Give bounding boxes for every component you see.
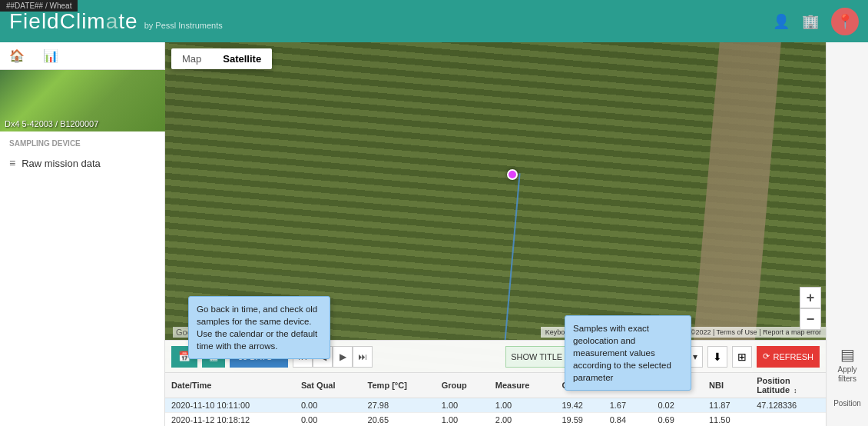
raw-mission-data-item[interactable]: ≡ Raw mission data — [9, 154, 155, 172]
group-icon-button[interactable]: 🏢 — [802, 13, 819, 30]
cell-measure: 2.00 — [489, 413, 556, 427]
map-tabs: Map Satellite — [171, 48, 272, 69]
temp-chevron-icon: ▾ — [693, 351, 697, 362]
logo-text: FieldClimate — [9, 9, 138, 34]
logo-subtitle: by Pessl Instruments — [144, 21, 223, 30]
cell-temp: 20.65 — [362, 413, 436, 427]
apply-filters-label: Apply filters — [830, 365, 865, 384]
sampling-title: SAMPLING DEVICE — [9, 139, 155, 148]
app-logo: FieldClimate by Pessl Instruments — [9, 9, 223, 34]
nav-last-btn[interactable]: ⏭ — [353, 346, 373, 368]
header-icons: 👤 🏢 📍 — [773, 8, 859, 35]
cell-datetime: 2020-11-10 10:11:00 — [165, 398, 295, 413]
download-icon: ⬇ — [713, 351, 722, 363]
device-image: Dx4 5-42003 / B1200007 — [0, 70, 165, 131]
position-label: Position — [833, 399, 861, 408]
data-table-area: Date/Time Sat Qual Temp [°C] Group Measu… — [165, 372, 826, 426]
cell-anth: 0.69 — [651, 413, 703, 427]
refresh-btn[interactable]: ⟳ REFRESH — [757, 346, 820, 368]
cell-group: 1.00 — [436, 413, 489, 427]
cell-datetime: 2020-11-12 10:18:12 — [165, 413, 295, 427]
cell-latitude: 47.128336 — [750, 398, 826, 413]
tab-satellite[interactable]: Satellite — [212, 48, 272, 69]
cell-temp: 27.98 — [362, 398, 436, 413]
grid-icon: ⊞ — [737, 351, 747, 363]
sidebar-chart-btn[interactable]: 📊 — [34, 42, 68, 69]
cell-sat-qual: 0.00 — [295, 398, 362, 413]
th-measure: Measure — [489, 373, 556, 398]
cell-nbi: 11.87 — [703, 398, 750, 413]
apply-filters-button[interactable]: ▤ Apply filters — [827, 342, 868, 387]
zoom-out-button[interactable]: − — [800, 308, 821, 330]
cell-flav: 0.84 — [604, 413, 652, 427]
map-content: Map Satellite Google Keyboard shortcuts … — [165, 42, 826, 426]
app-header: ##DATE## / Wheat FieldClimate by Pessl I… — [0, 0, 868, 42]
cell-measure: 1.00 — [489, 398, 556, 413]
refresh-icon: ⟳ — [763, 351, 770, 361]
th-nbi: NBI — [703, 373, 750, 398]
cell-group: 1.00 — [436, 398, 489, 413]
grid-btn[interactable]: ⊞ — [732, 346, 752, 368]
location-icon-button[interactable]: 📍 — [831, 8, 859, 35]
data-table: Date/Time Sat Qual Temp [°C] Group Measu… — [165, 373, 826, 426]
th-position: Position Latitude ↕ — [750, 373, 826, 398]
nav-next-btn[interactable]: ▶ — [333, 346, 353, 368]
cell-flav: 1.67 — [604, 398, 652, 413]
raw-mission-data-label: Raw mission data — [22, 158, 101, 169]
cell-anth: 0.02 — [651, 398, 703, 413]
latitude-label: Latitude ↕ — [757, 385, 797, 394]
tooltip-samples: Samples with exact geolocation and measu… — [565, 315, 691, 391]
th-temp: Temp [°C] — [362, 373, 436, 398]
device-id-label: Dx4 5-42003 / B1200007 — [5, 119, 98, 128]
table-row: 2020-11-12 10:18:12 0.00 20.65 1.00 2.00… — [165, 413, 826, 427]
cell-sat-qual: 0.00 — [295, 413, 362, 427]
table-row: 2020-11-10 10:11:00 0.00 27.98 1.00 1.00… — [165, 398, 826, 413]
raw-data-icon: ≡ — [9, 157, 15, 169]
main-layout: 🏠 📊 Dx4 5-42003 / B1200007 SAMPLING DEVI… — [0, 42, 868, 426]
cell-latitude — [750, 413, 826, 427]
right-panel: ▤ Apply filters Position — [826, 42, 868, 426]
cell-chl: 19.42 — [555, 398, 603, 413]
user-icon-button[interactable]: 👤 — [773, 13, 790, 30]
download-btn[interactable]: ⬇ — [707, 346, 727, 368]
position-group-label: Position — [757, 376, 790, 385]
filter-icon: ▤ — [840, 346, 855, 363]
refresh-label: REFRESH — [773, 352, 813, 361]
map-zoom-controls: + − — [800, 287, 821, 330]
sidebar-home-btn[interactable]: 🏠 — [0, 42, 34, 69]
sidebar-nav: 🏠 📊 — [0, 42, 164, 70]
sampling-section: SAMPLING DEVICE ≡ Raw mission data — [0, 131, 164, 180]
th-group: Group — [436, 373, 489, 398]
th-sat-qual: Sat Qual — [295, 373, 362, 398]
tooltip-time-navigation: Go back in time, and check old samples f… — [188, 296, 330, 359]
tab-map[interactable]: Map — [171, 48, 212, 69]
cell-chl: 19.59 — [555, 413, 603, 427]
sort-icon: ↕ — [793, 387, 797, 394]
th-datetime: Date/Time — [165, 373, 295, 398]
cell-nbi: 11.50 — [703, 413, 750, 427]
map-pin[interactable] — [507, 169, 518, 180]
header-tab-label: ##DATE## / Wheat — [0, 0, 78, 12]
zoom-in-button[interactable]: + — [800, 287, 821, 308]
sidebar: 🏠 📊 Dx4 5-42003 / B1200007 SAMPLING DEVI… — [0, 42, 165, 426]
